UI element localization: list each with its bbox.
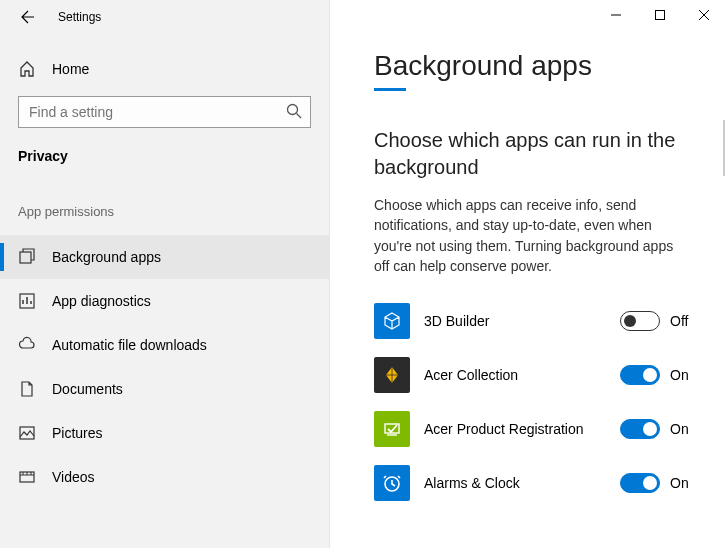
app-name: Acer Collection	[424, 367, 620, 383]
app-icon-acer-collection	[374, 357, 410, 393]
app-diagnostics-icon	[18, 292, 36, 310]
sidebar: Settings Home Privacy App permissions Ba…	[0, 0, 330, 548]
toggle-state: On	[670, 475, 694, 491]
nav-label: Documents	[52, 381, 123, 397]
svg-point-0	[288, 105, 298, 115]
page-title: Background apps	[374, 50, 696, 82]
search-icon	[285, 102, 303, 120]
page-description: Choose which apps can receive info, send…	[374, 195, 684, 276]
back-button[interactable]	[14, 3, 42, 31]
toggle-acer-collection[interactable]	[620, 365, 660, 385]
app-list: 3D Builder Off Acer Collection On	[374, 294, 694, 510]
nav-label: Videos	[52, 469, 95, 485]
app-row-acer-collection: Acer Collection On	[374, 348, 694, 402]
toggle-acer-product-registration[interactable]	[620, 419, 660, 439]
window-controls	[594, 0, 726, 30]
toggle-alarms-clock[interactable]	[620, 473, 660, 493]
category-heading: Privacy	[0, 142, 329, 184]
app-icon-alarms-clock	[374, 465, 410, 501]
app-row-3d-builder: 3D Builder Off	[374, 294, 694, 348]
close-icon	[698, 9, 710, 21]
nav-label: Background apps	[52, 249, 161, 265]
minimize-icon	[610, 9, 622, 21]
titlebar: Settings	[0, 0, 329, 34]
toggle-3d-builder[interactable]	[620, 311, 660, 331]
videos-icon	[18, 468, 36, 486]
home-nav[interactable]: Home	[0, 50, 329, 88]
arrow-left-icon	[20, 9, 36, 25]
home-icon	[18, 60, 36, 78]
pictures-icon	[18, 424, 36, 442]
scroll-indicator[interactable]	[723, 120, 725, 176]
nav-label: Automatic file downloads	[52, 337, 207, 353]
minimize-button[interactable]	[594, 0, 638, 30]
section-label: App permissions	[0, 184, 329, 235]
app-icon-3d-builder	[374, 303, 410, 339]
nav-item-background-apps[interactable]: Background apps	[0, 235, 329, 279]
background-apps-icon	[18, 248, 36, 266]
cloud-download-icon	[18, 336, 36, 354]
nav-label: App diagnostics	[52, 293, 151, 309]
home-label: Home	[52, 61, 89, 77]
accent-bar	[374, 88, 406, 91]
nav-item-app-diagnostics[interactable]: App diagnostics	[0, 279, 329, 323]
app-row-alarms-clock: Alarms & Clock On	[374, 456, 694, 510]
content-pane: Background apps Choose which apps can ru…	[330, 0, 726, 548]
app-name: Alarms & Clock	[424, 475, 620, 491]
documents-icon	[18, 380, 36, 398]
page-subhead: Choose which apps can run in the backgro…	[374, 127, 696, 181]
maximize-button[interactable]	[638, 0, 682, 30]
toggle-state: On	[670, 367, 694, 383]
maximize-icon	[654, 9, 666, 21]
nav-label: Pictures	[52, 425, 103, 441]
app-name: Acer Product Registration	[424, 421, 620, 437]
toggle-state: Off	[670, 313, 694, 329]
nav-item-videos[interactable]: Videos	[0, 455, 329, 499]
close-button[interactable]	[682, 0, 726, 30]
search-wrap	[18, 96, 311, 128]
app-row-acer-product-registration: Acer Product Registration On	[374, 402, 694, 456]
nav-item-pictures[interactable]: Pictures	[0, 411, 329, 455]
svg-rect-1	[20, 252, 31, 263]
nav-item-automatic-file-downloads[interactable]: Automatic file downloads	[0, 323, 329, 367]
app-name: 3D Builder	[424, 313, 620, 329]
window-title: Settings	[58, 10, 101, 24]
toggle-state: On	[670, 421, 694, 437]
svg-rect-5	[656, 11, 665, 20]
app-icon-acer-product-registration	[374, 411, 410, 447]
nav-item-documents[interactable]: Documents	[0, 367, 329, 411]
search-input[interactable]	[18, 96, 311, 128]
